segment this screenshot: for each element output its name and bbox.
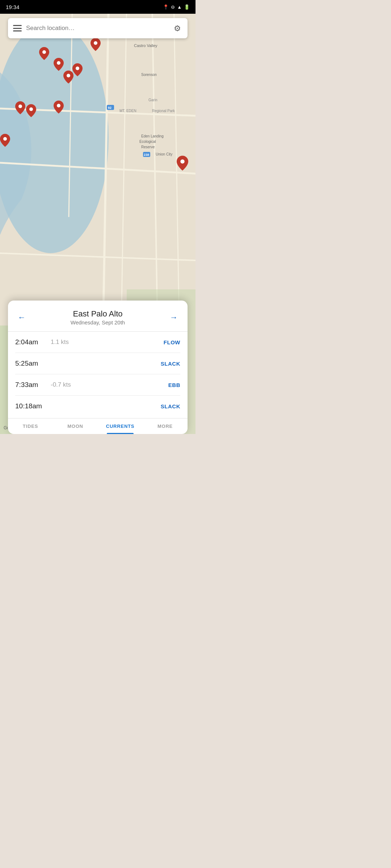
svg-point-54 (3, 137, 7, 141)
location-date: Wednesday, Sept 20th (28, 319, 167, 326)
next-date-button[interactable]: → (167, 311, 180, 324)
wifi-icon: ▲ (177, 4, 182, 10)
search-bar: ⚙ (8, 18, 188, 38)
map-marker-active[interactable] (177, 156, 188, 171)
current-speed: -0.7 kts (51, 381, 168, 388)
battery-icon: 🔋 (184, 4, 190, 10)
svg-point-46 (42, 50, 46, 54)
current-type: SLACK (161, 403, 180, 409)
current-time: 2:04am (15, 338, 48, 346)
svg-point-49 (67, 74, 70, 77)
tab-tides[interactable]: TIDES (8, 418, 53, 434)
tab-more[interactable]: MORE (143, 418, 188, 434)
svg-point-53 (180, 159, 184, 163)
tab-bar: TIDESMOONCURRENTSMORE (8, 418, 188, 434)
svg-text:Union City: Union City (156, 152, 172, 156)
map-marker-4[interactable] (72, 63, 83, 76)
svg-point-50 (18, 105, 22, 108)
current-time: 7:33am (15, 381, 48, 389)
current-row: 5:25am SLACK (15, 353, 180, 374)
svg-text:Ecological: Ecological (139, 140, 156, 144)
svg-text:Sorenson: Sorenson (141, 73, 157, 77)
location-name: East Palo Alto (28, 309, 167, 319)
map-marker-1[interactable] (91, 38, 101, 51)
svg-point-51 (29, 107, 33, 111)
current-type: FLOW (164, 339, 180, 345)
svg-point-48 (76, 67, 79, 70)
dnd-icon: ⊖ (171, 4, 175, 10)
svg-text:Castro Valley: Castro Valley (134, 43, 157, 48)
svg-text:Regional Park: Regional Park (152, 109, 175, 113)
map-marker-7[interactable] (26, 104, 36, 117)
bottom-sheet: ← East Palo Alto Wednesday, Sept 20th → … (8, 301, 188, 434)
search-input[interactable] (26, 25, 169, 32)
currents-list: 2:04am 1.1 kts FLOW 5:25am SLACK 7:33am … (8, 332, 188, 417)
map-marker-2[interactable] (39, 47, 49, 60)
current-type: EBB (168, 382, 180, 388)
map-marker-3[interactable] (54, 58, 64, 71)
map-marker-5[interactable] (63, 71, 73, 84)
current-row: 10:18am SLACK (15, 396, 180, 417)
svg-text:92: 92 (108, 106, 112, 110)
menu-button[interactable] (13, 25, 22, 31)
svg-text:MT. EDEN: MT. EDEN (119, 109, 136, 113)
current-time: 10:18am (15, 402, 48, 410)
svg-text:Eden Landing: Eden Landing (141, 134, 164, 138)
svg-text:238: 238 (144, 153, 149, 157)
status-time: 19:34 (6, 4, 20, 10)
svg-point-52 (57, 104, 60, 107)
map-marker-6[interactable] (15, 101, 25, 114)
map-marker-8[interactable] (54, 101, 64, 114)
current-time: 5:25am (15, 359, 48, 367)
current-speed: 1.1 kts (51, 339, 164, 346)
tab-moon[interactable]: MOON (53, 418, 98, 434)
location-icon: 📍 (163, 4, 169, 10)
sheet-header: ← East Palo Alto Wednesday, Sept 20th → (8, 301, 188, 332)
svg-text:Reserve: Reserve (141, 145, 155, 149)
svg-point-45 (94, 41, 97, 45)
svg-point-47 (57, 61, 60, 65)
prev-date-button[interactable]: ← (15, 311, 28, 324)
current-type: SLACK (161, 361, 180, 367)
location-info: East Palo Alto Wednesday, Sept 20th (28, 309, 167, 326)
current-row: 2:04am 1.1 kts FLOW (15, 332, 180, 353)
settings-icon[interactable]: ⚙ (174, 24, 182, 33)
current-row: 7:33am -0.7 kts EBB (15, 374, 180, 396)
svg-text:Garin: Garin (148, 98, 157, 102)
tab-currents[interactable]: CURRENTS (98, 418, 143, 434)
status-bar: 19:34 📍 ⊖ ▲ 🔋 (0, 0, 196, 14)
status-icons: 📍 ⊖ ▲ 🔋 (163, 4, 190, 10)
map-marker-left[interactable] (0, 134, 10, 147)
